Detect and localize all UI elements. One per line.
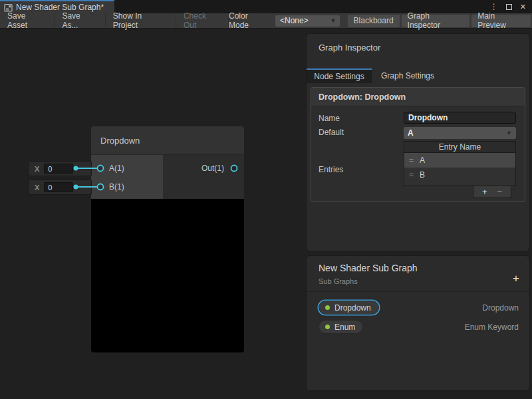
section-title: Dropdown: Dropdown <box>311 88 525 106</box>
graph-inspector-toggle-button[interactable]: Graph Inspector <box>402 15 470 27</box>
color-mode-value: <None> <box>280 16 309 25</box>
blackboard-title: New Shader Sub Graph <box>319 263 529 273</box>
axis-label: X <box>35 165 39 173</box>
drag-handle-icon[interactable]: = <box>409 170 414 180</box>
graph-toolbar: Save Asset Save As... Show In Project Ch… <box>0 13 532 29</box>
entries-list-header: Entry Name <box>404 141 516 153</box>
dropdown-node[interactable]: Dropdown A(1) B(1) Out(1) <box>91 126 244 352</box>
keyword-dot-icon <box>325 325 330 329</box>
name-row: Name Dropdown <box>319 112 516 124</box>
entry-row-b[interactable]: = B <box>404 168 515 182</box>
check-out-button: Check Out <box>176 13 229 28</box>
keyword-dot-icon <box>325 305 330 310</box>
node-output-column: Out(1) <box>163 155 244 199</box>
entry-name: A <box>420 156 425 165</box>
main-preview-toggle-button[interactable]: Main Preview <box>471 15 531 27</box>
node-preview <box>91 199 244 352</box>
maximize-icon[interactable] <box>506 4 512 10</box>
blackboard-toggle-button[interactable]: Blackboard <box>348 15 400 27</box>
show-in-project-button[interactable]: Show In Project <box>106 13 176 28</box>
name-label: Name <box>319 112 404 124</box>
property-name: Enum <box>334 323 355 332</box>
property-type: Dropdown <box>482 303 519 313</box>
default-row: Default A ▼ <box>319 126 516 139</box>
drag-handle-icon[interactable]: = <box>409 156 414 165</box>
toolbar-right-group: Color Mode <None> ▼ Blackboard Graph Ins… <box>229 13 532 28</box>
entries-row: Entries Entry Name = A = B <box>319 141 516 198</box>
graph-inspector-panel: Graph Inspector Node Settings Graph Sett… <box>306 33 530 251</box>
add-property-button[interactable]: + <box>513 273 519 284</box>
property-name: Dropdown <box>334 303 371 313</box>
node-port-area: A(1) B(1) Out(1) <box>91 155 244 199</box>
property-pill-enum[interactable]: Enum <box>319 320 363 334</box>
entry-row-a[interactable]: = A <box>404 153 515 168</box>
tab-graph-settings[interactable]: Graph Settings <box>372 68 444 83</box>
port-value-widget-a: X 0 <box>28 161 92 176</box>
output-port-out[interactable]: Out(1) <box>163 159 244 178</box>
blackboard-row-dropdown: Dropdown Dropdown <box>307 298 529 317</box>
chevron-down-icon: ▼ <box>506 130 512 136</box>
color-mode-dropdown[interactable]: <None> ▼ <box>275 15 340 27</box>
property-pill-dropdown[interactable]: Dropdown <box>319 301 379 315</box>
input-port-b[interactable]: B(1) <box>91 178 163 196</box>
window-menu-icon[interactable]: ⋮ <box>490 3 498 11</box>
inspector-title: Graph Inspector <box>307 34 529 53</box>
blackboard-subtitle: Sub Graphs <box>319 277 529 285</box>
default-dropdown[interactable]: A ▼ <box>404 127 516 139</box>
remove-entry-button[interactable]: − <box>497 188 503 196</box>
blackboard-row-enum: Enum Enum Keyword <box>307 317 529 336</box>
blackboard-panel: New Shader Sub Graph Sub Graphs + Dropdo… <box>306 255 530 391</box>
close-icon[interactable]: ✕ <box>520 3 526 11</box>
document-tab-title: New Shader Sub Graph* <box>16 3 104 12</box>
port-value-widget-b: X 0 <box>28 180 92 195</box>
color-mode-label: Color Mode <box>229 11 269 30</box>
blackboard-header: New Shader Sub Graph Sub Graphs + <box>307 256 529 292</box>
blackboard-rows: Dropdown Dropdown Enum Enum Keyword <box>307 292 529 336</box>
section-body: Name Dropdown Default A ▼ Entries <box>311 106 525 198</box>
name-input[interactable]: Dropdown <box>404 112 516 124</box>
axis-label: X <box>35 184 39 192</box>
shader-graph-window: New Shader Sub Graph* ⋮ ✕ Save Asset Sav… <box>0 0 532 399</box>
dropdown-settings-section: Dropdown: Dropdown Name Dropdown Default… <box>311 87 525 202</box>
entries-list-footer: + − <box>473 186 511 198</box>
value-field-b[interactable]: 0 <box>44 182 73 192</box>
entry-name: B <box>420 170 425 180</box>
subgraph-asset-icon <box>4 3 13 12</box>
default-dropdown-value: A <box>408 128 414 138</box>
add-entry-button[interactable]: + <box>482 188 487 196</box>
inspector-tabs: Node Settings Graph Settings <box>307 68 529 83</box>
entries-list: = A = B <box>404 153 516 186</box>
property-type: Enum Keyword <box>465 323 519 332</box>
node-input-column: A(1) B(1) <box>91 155 163 199</box>
input-port-a[interactable]: A(1) <box>91 159 163 178</box>
save-asset-button[interactable]: Save Asset <box>0 13 55 28</box>
default-label: Default <box>319 126 404 139</box>
tab-node-settings[interactable]: Node Settings <box>307 68 372 83</box>
save-as-button[interactable]: Save As... <box>55 13 105 28</box>
node-title[interactable]: Dropdown <box>91 126 244 155</box>
value-field-a[interactable]: 0 <box>44 164 73 174</box>
chevron-down-icon: ▼ <box>331 17 336 24</box>
entries-label: Entries <box>319 165 404 174</box>
